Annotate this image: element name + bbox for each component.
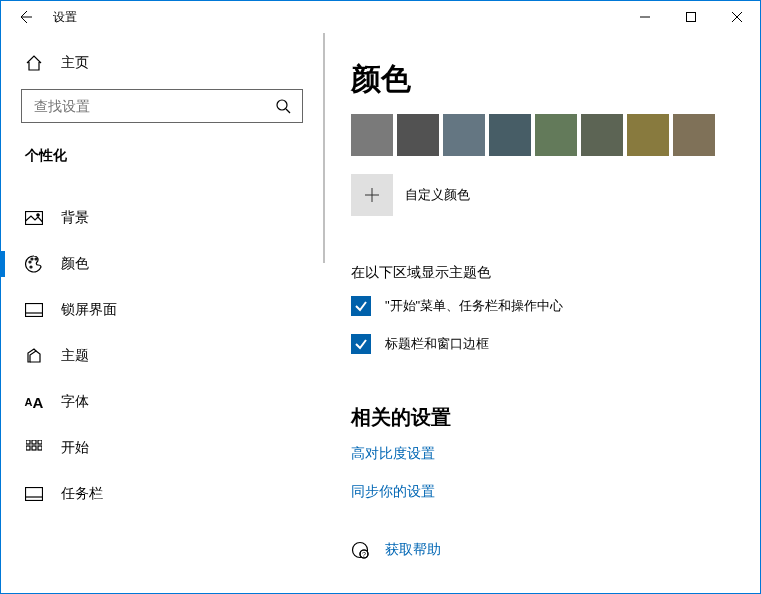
check-label: 标题栏和窗口边框: [385, 335, 489, 353]
page-title: 颜色: [351, 59, 724, 100]
sidebar-item-label: 主题: [61, 347, 89, 365]
checkbox-checked-icon: [351, 296, 371, 316]
sidebar-item-taskbar[interactable]: 任务栏: [1, 471, 323, 517]
color-swatch[interactable]: [443, 114, 485, 156]
svg-rect-18: [32, 446, 36, 450]
sidebar-item-label: 任务栏: [61, 485, 103, 503]
svg-rect-1: [687, 13, 696, 22]
minimize-button[interactable]: [622, 1, 668, 33]
check-label: "开始"菜单、任务栏和操作中心: [385, 297, 563, 315]
sidebar-item-label: 开始: [61, 439, 89, 457]
svg-rect-17: [26, 446, 30, 450]
svg-point-9: [31, 258, 33, 260]
theme-icon: [25, 347, 43, 365]
close-button[interactable]: [714, 1, 760, 33]
checkbox-checked-icon: [351, 334, 371, 354]
svg-rect-12: [26, 304, 43, 317]
svg-rect-14: [26, 440, 30, 444]
color-swatch[interactable]: [627, 114, 669, 156]
maximize-button[interactable]: [668, 1, 714, 33]
accent-section-label: 在以下区域显示主题色: [351, 264, 724, 282]
check-titlebar-border[interactable]: 标题栏和窗口边框: [351, 334, 724, 354]
sidebar-item-label: 锁屏界面: [61, 301, 117, 319]
related-settings-heading: 相关的设置: [351, 404, 724, 431]
color-swatch[interactable]: [673, 114, 715, 156]
svg-point-10: [35, 258, 37, 260]
sidebar-item-label: 字体: [61, 393, 89, 411]
color-swatch[interactable]: [351, 114, 393, 156]
svg-point-11: [30, 266, 32, 268]
font-icon: AA: [25, 393, 43, 411]
svg-rect-16: [38, 440, 42, 444]
sidebar-item-fonts[interactable]: AA 字体: [1, 379, 323, 425]
sidebar: 主页 个性化 背景 颜色 锁屏界面 主题: [1, 33, 323, 593]
home-label: 主页: [61, 54, 89, 72]
sidebar-item-themes[interactable]: 主题: [1, 333, 323, 379]
search-input[interactable]: [32, 97, 274, 115]
svg-point-4: [277, 100, 287, 110]
palette-icon: [25, 255, 43, 273]
sidebar-item-label: 背景: [61, 209, 89, 227]
home-icon: [25, 54, 43, 72]
color-swatch[interactable]: [535, 114, 577, 156]
color-swatch-row: [351, 114, 724, 156]
picture-icon: [25, 209, 43, 227]
help-icon: ?: [351, 541, 369, 559]
sidebar-item-label: 颜色: [61, 255, 89, 273]
window-title: 设置: [53, 9, 77, 26]
svg-line-5: [286, 109, 290, 113]
search-icon: [274, 97, 292, 115]
check-start-taskbar[interactable]: "开始"菜单、任务栏和操作中心: [351, 296, 724, 316]
sidebar-item-lockscreen[interactable]: 锁屏界面: [1, 287, 323, 333]
search-box[interactable]: [21, 89, 303, 123]
custom-color-label: 自定义颜色: [405, 186, 470, 204]
color-swatch[interactable]: [397, 114, 439, 156]
sidebar-item-start[interactable]: 开始: [1, 425, 323, 471]
titlebar: 设置: [1, 1, 760, 33]
sidebar-item-background[interactable]: 背景: [1, 195, 323, 241]
svg-rect-15: [32, 440, 36, 444]
svg-rect-19: [38, 446, 42, 450]
link-high-contrast[interactable]: 高对比度设置: [351, 445, 724, 463]
svg-text:?: ?: [362, 551, 366, 558]
taskbar-icon: [25, 485, 43, 503]
custom-color-button[interactable]: [351, 174, 393, 216]
svg-point-7: [37, 214, 39, 216]
color-swatch[interactable]: [489, 114, 531, 156]
link-sync-settings[interactable]: 同步你的设置: [351, 483, 724, 501]
svg-rect-20: [26, 488, 43, 501]
start-icon: [25, 439, 43, 457]
svg-point-8: [29, 261, 31, 263]
home-link[interactable]: 主页: [1, 43, 323, 83]
color-swatch[interactable]: [581, 114, 623, 156]
back-button[interactable]: [9, 1, 41, 33]
main-content: 颜色 自定义颜色 在以下区域显示主题色 "开始"菜单、任务栏和操作中心 标题栏和…: [323, 33, 760, 593]
sidebar-item-colors[interactable]: 颜色: [1, 241, 323, 287]
section-label: 个性化: [1, 129, 323, 173]
scroll-indicator: [323, 33, 325, 263]
lockscreen-icon: [25, 301, 43, 319]
link-get-help[interactable]: 获取帮助: [385, 541, 441, 559]
